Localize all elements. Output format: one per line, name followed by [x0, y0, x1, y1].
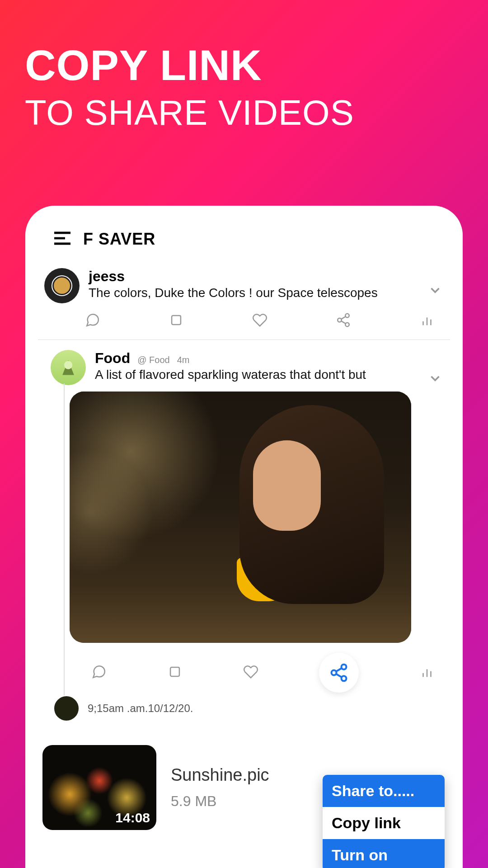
svg-rect-5 — [172, 316, 181, 325]
repost-icon[interactable] — [167, 664, 183, 681]
timestamp-row: 9;15am .am.10/12/20. — [46, 695, 448, 722]
chevron-down-icon[interactable] — [427, 283, 443, 300]
post-username[interactable]: jeess — [89, 268, 444, 285]
menu-item-share-to[interactable]: Share to..... — [323, 775, 445, 807]
post-actions — [40, 303, 448, 335]
svg-line-10 — [341, 316, 346, 319]
share-icon[interactable] — [336, 312, 351, 328]
post-media[interactable] — [70, 392, 411, 643]
video-thumbnail[interactable]: 14:08 — [42, 745, 156, 830]
share-button-highlighted[interactable] — [319, 653, 359, 693]
avatar[interactable] — [51, 350, 86, 385]
media-person — [221, 405, 384, 631]
comment-icon[interactable] — [91, 664, 107, 681]
post-item: Food @ Food 4m A list of flavored sparkl… — [38, 343, 450, 723]
svg-point-6 — [345, 314, 349, 318]
hero-banner: COPY LINK TO SHARE VIDEOS — [0, 0, 488, 134]
post-actions — [46, 643, 448, 695]
phone-frame: F SAVER jeess The colors, Duke the Color… — [25, 206, 463, 868]
divider — [38, 340, 450, 340]
svg-point-14 — [64, 361, 72, 369]
hero-title: COPY LINK — [25, 43, 463, 88]
file-info: Sunshine.pic 5.9 MB — [171, 765, 269, 810]
app-header: F SAVER — [38, 227, 450, 261]
post-timestamp: 9;15am .am.10/12/20. — [88, 702, 193, 715]
post-username[interactable]: Food — [95, 350, 130, 367]
menu-icon[interactable] — [52, 227, 73, 251]
svg-line-20 — [336, 668, 342, 671]
post-handle[interactable]: @ Food — [137, 355, 169, 365]
chevron-down-icon[interactable] — [427, 371, 443, 388]
post-text: A list of flavored sparkling wateras tha… — [95, 368, 444, 382]
heart-icon[interactable] — [252, 312, 267, 328]
video-duration: 14:08 — [115, 810, 150, 826]
svg-point-7 — [338, 318, 342, 322]
stats-icon[interactable] — [419, 312, 435, 328]
comment-icon[interactable] — [85, 312, 100, 328]
file-size: 5.9 MB — [171, 793, 269, 810]
file-name: Sunshine.pic — [171, 765, 269, 785]
svg-point-8 — [345, 323, 349, 327]
post-item: jeess The colors, Duke the Colors ! our … — [38, 261, 450, 337]
svg-line-19 — [336, 674, 342, 677]
hero-subtitle: TO SHARE VIDEOS — [25, 92, 463, 134]
svg-point-3 — [54, 278, 70, 294]
mini-avatar[interactable] — [53, 695, 80, 722]
heart-icon[interactable] — [243, 664, 258, 681]
svg-point-17 — [332, 670, 337, 675]
menu-item-turn-on[interactable]: Turn on — [323, 839, 445, 868]
svg-point-18 — [342, 676, 347, 681]
avatar[interactable] — [44, 268, 80, 303]
app-title: F SAVER — [83, 230, 155, 249]
menu-item-copy-link[interactable]: Copy link — [323, 807, 445, 839]
post-time: 4m — [177, 355, 190, 365]
share-menu: Share to..... Copy link Turn on — [323, 775, 445, 868]
repost-icon[interactable] — [169, 312, 184, 328]
post-text: The colors, Duke the Colors ! our Space … — [89, 286, 444, 300]
stats-icon[interactable] — [419, 664, 435, 681]
svg-line-9 — [341, 321, 346, 324]
svg-rect-15 — [170, 667, 179, 676]
svg-point-16 — [342, 665, 347, 670]
